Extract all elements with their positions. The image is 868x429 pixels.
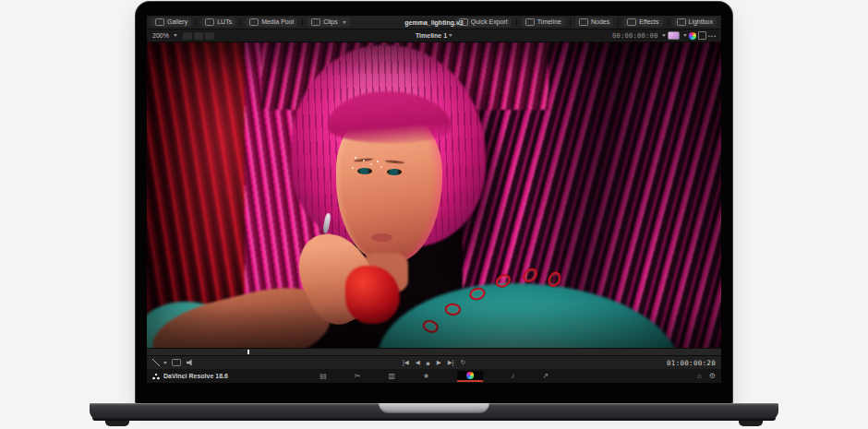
- timeline-panel-label: Timeline: [537, 18, 561, 26]
- laptop-foot-right: [739, 421, 763, 426]
- lightbox-button[interactable]: Lightbox: [673, 18, 717, 27]
- app-version-text: DaVinci Resolve 18.6: [163, 373, 228, 379]
- viewer-options-bar: 200% Timeline 1 00:00:00:00: [147, 30, 721, 42]
- system-buttons: ⌂ ⚙: [697, 372, 716, 380]
- audio-mute-icon[interactable]: [187, 359, 195, 366]
- pages-bar: DaVinci Resolve 18.6 ▤ ✂ ▥ ★ ♪ ↗ ⌂ ⚙: [147, 369, 721, 383]
- loop-button[interactable]: ↻: [460, 359, 464, 366]
- nodes-icon: [579, 18, 588, 26]
- stop-button[interactable]: ■: [427, 360, 430, 366]
- gear-icon[interactable]: ⚙: [709, 372, 716, 380]
- viewer-option-toggle-3[interactable]: [205, 32, 214, 40]
- display-gamut-icon[interactable]: [668, 31, 680, 40]
- home-icon[interactable]: ⌂: [697, 372, 702, 380]
- toolbar-left-group: Gallery LUTs Media Pool Cl: [151, 18, 350, 27]
- viewer-right-options: 00:00:00:00 •••: [612, 31, 717, 40]
- zoom-level-select[interactable]: 200%: [151, 31, 181, 41]
- page-tab-cut[interactable]: ✂: [355, 370, 361, 382]
- chevron-down-icon: [662, 34, 666, 37]
- nodes-panel-button[interactable]: Nodes: [575, 18, 613, 27]
- laptop-screen: Gallery LUTs Media Pool Cl: [136, 2, 732, 403]
- effects-icon: [627, 18, 636, 26]
- top-toolbar: Gallery LUTs Media Pool Cl: [147, 16, 721, 30]
- record-timecode: 01:00:00:20: [667, 359, 716, 367]
- app-label: DaVinci Resolve 18.6: [152, 373, 228, 380]
- chevron-down-icon: [163, 362, 167, 364]
- viewer-scrubber[interactable]: [147, 348, 721, 355]
- transport-controls: |◀ ◀ ■ ▶ ▶| ↻: [403, 359, 465, 366]
- playhead[interactable]: [247, 350, 249, 354]
- viewer-option-toggle-1[interactable]: [183, 32, 192, 40]
- page-tab-media[interactable]: ▤: [319, 370, 327, 382]
- divider: [196, 18, 197, 27]
- timeline-panel-button[interactable]: Timeline: [522, 18, 565, 27]
- page-tab-color-active[interactable]: [457, 371, 483, 382]
- more-options-button[interactable]: •••: [708, 33, 717, 39]
- timeline-name: Timeline 1: [416, 32, 447, 39]
- gallery-icon: [155, 18, 164, 26]
- laptop-foot-left: [105, 421, 129, 426]
- toolbar-right-group: Quick Export Timeline Nodes: [455, 18, 717, 27]
- play-reverse-button[interactable]: ◀: [416, 359, 420, 366]
- timeline-icon: [525, 18, 535, 26]
- play-button[interactable]: ▶: [437, 359, 441, 366]
- page-tab-edit[interactable]: ▥: [388, 370, 395, 382]
- quick-export-label: Quick Export: [471, 18, 508, 26]
- davinci-resolve-window: Gallery LUTs Media Pool Cl: [147, 16, 721, 383]
- clips-button[interactable]: Clips: [307, 18, 350, 27]
- gallery-label: Gallery: [167, 18, 187, 26]
- clips-label: Clips: [323, 18, 338, 26]
- divider: [618, 18, 619, 27]
- luts-icon: [205, 18, 214, 26]
- skip-to-end-button[interactable]: ▶|: [448, 359, 454, 366]
- color-page-icon: [466, 372, 474, 379]
- chevron-down-icon: [174, 34, 177, 37]
- divider: [668, 18, 669, 27]
- viewer-option-toggle-2[interactable]: [194, 32, 203, 40]
- clips-icon: [311, 18, 320, 26]
- quick-export-icon: [459, 18, 468, 26]
- lightbox-icon: [677, 18, 686, 26]
- skip-to-start-button[interactable]: |◀: [403, 359, 409, 366]
- divider: [240, 18, 241, 27]
- transport-left-tools: [152, 359, 195, 366]
- color-viewer-icon[interactable]: [689, 32, 696, 40]
- luts-button[interactable]: LUTs: [201, 18, 235, 27]
- laptop-base: [90, 403, 778, 421]
- source-timecode: 00:00:00:00: [612, 32, 658, 40]
- chevron-down-icon: [343, 21, 346, 24]
- page-tab-fusion[interactable]: ★: [423, 370, 429, 382]
- nodes-panel-label: Nodes: [591, 18, 609, 26]
- viewer-left-options: 200%: [151, 31, 214, 41]
- draw-tool-icon[interactable]: [152, 359, 160, 366]
- expand-viewer-icon[interactable]: [698, 31, 706, 40]
- page-tabs: ▤ ✂ ▥ ★ ♪ ↗: [319, 370, 549, 382]
- divider: [570, 18, 571, 27]
- viewer-image: [147, 42, 721, 348]
- zoom-level-value: 200%: [152, 32, 169, 40]
- media-pool-label: Media Pool: [261, 18, 294, 26]
- luts-label: LUTs: [217, 18, 232, 26]
- transport-bar: |◀ ◀ ■ ▶ ▶| ↻ 01:00:00:20: [147, 355, 721, 369]
- project-title: gemma_lighting.v3: [404, 19, 463, 26]
- davinci-resolve-logo: [152, 373, 160, 380]
- photo-vignette: [147, 42, 721, 348]
- chevron-down-icon: [449, 34, 452, 37]
- effects-panel-button[interactable]: Effects: [623, 18, 662, 27]
- timeline-select[interactable]: Timeline 1: [416, 32, 452, 39]
- quick-export-button[interactable]: Quick Export: [455, 18, 512, 27]
- media-pool-button[interactable]: Media Pool: [246, 18, 297, 27]
- lid-opening-notch: [379, 403, 489, 413]
- lightbox-label: Lightbox: [689, 18, 713, 26]
- page-tab-deliver[interactable]: ↗: [542, 370, 549, 382]
- gallery-button[interactable]: Gallery: [151, 18, 191, 27]
- page-tab-fairlight[interactable]: ♪: [511, 370, 514, 382]
- chevron-down-icon: [683, 34, 687, 37]
- divider: [302, 18, 303, 27]
- effects-panel-label: Effects: [639, 18, 658, 26]
- divider: [516, 18, 517, 27]
- viewer: [147, 42, 721, 348]
- annotate-icon[interactable]: [172, 359, 181, 366]
- media-pool-icon: [249, 18, 259, 26]
